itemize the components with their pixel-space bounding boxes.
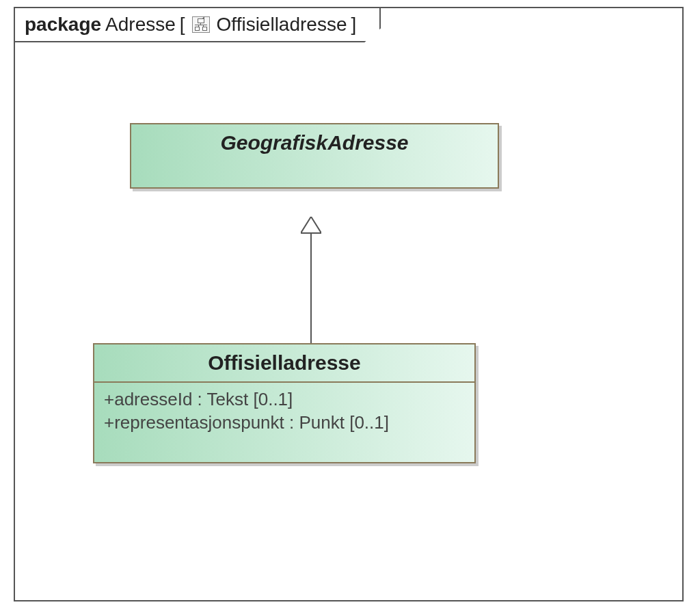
class-name-label: Offisielladresse [94,344,474,381]
bracket-open: [ [180,14,185,36]
package-frame: package Adresse [ Offisielladresse ] Geo… [14,7,684,601]
class-geografisk-adresse: GeografiskAdresse [130,123,499,189]
attributes-compartment: +adresseId : Tekst [0..1] +representasjo… [94,381,474,462]
class-diagram-icon [192,16,210,33]
generalization-arrow [301,217,321,343]
package-keyword: package [25,14,101,36]
diagram-name: Offisielladresse [217,14,347,36]
package-name: Adresse [105,14,176,36]
attribute-row: +representasjonspunkt : Punkt [0..1] [104,411,465,435]
class-name-label: GeografiskAdresse [131,124,498,187]
bracket-close: ] [351,14,356,36]
package-header: package Adresse [ Offisielladresse ] [14,7,381,42]
class-offisiell-adresse: Offisielladresse +adresseId : Tekst [0..… [93,343,476,463]
attribute-row: +adresseId : Tekst [0..1] [104,388,465,411]
svg-marker-0 [301,217,321,233]
